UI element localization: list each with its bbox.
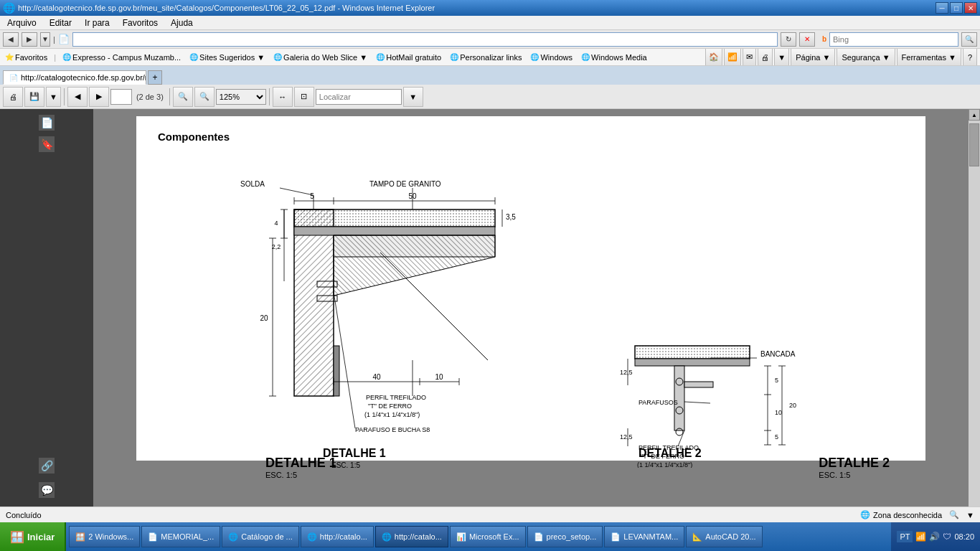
print-arrow[interactable]: ▼ [774, 49, 789, 66]
svg-text:20: 20 [789, 402, 796, 409]
seguranca-button[interactable]: Segurança ▼ [837, 49, 895, 66]
back-button[interactable]: ◀ [3, 32, 19, 47]
svg-rect-3 [294, 209, 334, 396]
fit-page-button[interactable]: ⊡ [294, 87, 314, 107]
home-icon[interactable]: 🏠 [705, 49, 722, 66]
fav-icon-expresso: 🌐 [62, 53, 71, 61]
stop-button[interactable]: ✕ [799, 32, 815, 47]
taskbar-icon-1: 📄 [148, 532, 158, 542]
find-input[interactable] [316, 89, 402, 105]
svg-rect-54 [635, 346, 750, 359]
detail2-scale: ESC. 1:5 [819, 471, 890, 479]
favorites-label: Favoritos [15, 53, 47, 62]
tab-icon: 📄 [9, 74, 18, 82]
svg-text:5: 5 [775, 377, 778, 384]
zoom-select[interactable]: 50% 75% 100% 125% 150% 200% [216, 89, 266, 105]
taskbar-item-4[interactable]: 🌐 http://catalo... [375, 526, 448, 547]
address-label: | [53, 35, 55, 44]
taskbar-tray: PT 📶 🔊 🛡 08:20 [891, 522, 980, 551]
svg-text:(1 1/4"x1 1/4"x1/8"): (1 1/4"x1 1/4"x1/8") [637, 461, 692, 468]
start-button[interactable]: 🪟 Iniciar [0, 522, 66, 551]
ferramentas-button[interactable]: Ferramentas ▼ [897, 49, 961, 66]
fav-icon-hotmail: 🌐 [376, 53, 385, 61]
zoom-icon: 🔍 [949, 510, 959, 519]
search-input[interactable] [829, 32, 958, 47]
menu-favoritos[interactable]: Favoritos [120, 17, 161, 29]
print-pdf-button[interactable]: 🖨 [3, 87, 23, 107]
detail2-area: DETALHE 2 ESC. 1:5 [819, 456, 890, 479]
taskbar-item-8[interactable]: 📐 AutoCAD 20... [686, 526, 762, 547]
sidebar-comment-icon[interactable]: 💬 [39, 482, 55, 498]
sidebar-pages-icon[interactable]: 📄 [39, 115, 55, 131]
taskbar-item-5[interactable]: 📊 Microsoft Ex... [450, 526, 526, 547]
feeds-icon[interactable]: 📶 [724, 49, 741, 66]
title-bar-left: 🌐 http://catalogotecnico.fde.sp.gov.br/m… [3, 2, 435, 14]
taskbar-item-3[interactable]: 🌐 http://catalo... [301, 526, 374, 547]
scrollbar[interactable]: ▲ [969, 109, 980, 507]
menu-bar: Arquivo Editar Ir para Favoritos Ajuda [0, 16, 980, 30]
save-button[interactable]: 💾 [24, 87, 44, 107]
fav-icon-galeria: 🌐 [273, 53, 282, 61]
fav-expresso[interactable]: 🌐 Expresso - Campus Muzamb... [60, 52, 183, 62]
svg-text:TAMPO DE GRANITO: TAMPO DE GRANITO [369, 180, 441, 188]
taskbar-item-6[interactable]: 📄 preco_setop... [527, 526, 603, 547]
fav-icon-sites: 🌐 [189, 53, 198, 61]
help-button[interactable]: ? [963, 49, 977, 66]
menu-ajuda[interactable]: Ajuda [168, 17, 196, 29]
search-button[interactable]: 🔍 [961, 32, 977, 47]
fav-icon-personalizar: 🌐 [450, 53, 458, 61]
fav-hotmail[interactable]: 🌐 HotMail gratuito [374, 52, 443, 62]
forward-button[interactable]: ▶ [22, 32, 37, 47]
page-number-input[interactable]: 2 [110, 89, 132, 105]
favorites-button[interactable]: ⭐ Favoritos [3, 52, 50, 62]
close-button[interactable]: ✕ [964, 2, 977, 14]
taskbar-item-0[interactable]: 🪟 2 Windows... [69, 526, 140, 547]
fit-width-button[interactable]: ↔ [273, 87, 293, 107]
pagina-button[interactable]: Página ▼ [791, 49, 835, 66]
title-bar-controls: ─ □ ✕ [936, 2, 977, 14]
taskbar-item-7[interactable]: 📄 LEVANMTAM... [604, 526, 684, 547]
lang-badge: PT [897, 531, 913, 542]
sidebar-bookmarks-icon[interactable]: 🔖 [39, 136, 55, 152]
taskbar-icon-5: 📊 [456, 532, 466, 542]
sidebar-attachments-icon[interactable]: 🔗 [39, 458, 55, 474]
zone-badge: 🌐 Zona desconhecida [860, 510, 942, 519]
find-arrow[interactable]: ▼ [403, 87, 423, 107]
zoom-in-button[interactable]: 🔍 [194, 87, 215, 107]
separator-2 [169, 88, 170, 105]
address-input[interactable]: http://catalogotecnico.fde.sp.gov.br/meu… [72, 32, 778, 47]
fav-personalizar[interactable]: 🌐 Personalizar links [448, 52, 524, 62]
next-page-button[interactable]: ▶ [89, 87, 109, 107]
taskbar-item-1[interactable]: 📄 MEMORIAL_... [141, 526, 220, 547]
svg-text:(1 1/4"x1 1/4"x1/8"): (1 1/4"x1 1/4"x1/8") [364, 411, 420, 418]
print-button[interactable]: 🖨 [758, 49, 773, 66]
fav-windows-media[interactable]: 🌐 Windows Media [579, 52, 649, 62]
scroll-thumb[interactable] [969, 123, 979, 166]
fav-windows[interactable]: 🌐 Windows [528, 52, 575, 62]
menu-arquivo[interactable]: Arquivo [4, 17, 39, 29]
go-button[interactable]: ↻ [781, 32, 796, 47]
dropdown-arrow[interactable]: ▼ [40, 32, 50, 47]
svg-text:2,2: 2,2 [272, 243, 281, 250]
prev-page-button[interactable]: ◀ [67, 87, 88, 107]
taskbar-icon-8: 📐 [692, 532, 702, 542]
pdf-viewer[interactable]: Componentes LT-06 Lavatório com torneira… [93, 109, 969, 507]
new-tab-button[interactable]: + [148, 70, 162, 85]
restore-button[interactable]: □ [950, 2, 963, 14]
svg-text:10: 10 [435, 373, 443, 381]
tab-0[interactable]: 📄 http://catalogotecnico.fde.sp.gov.br/m… [3, 70, 146, 85]
menu-ir-para[interactable]: Ir para [82, 17, 113, 29]
svg-rect-55 [635, 359, 750, 366]
windows-logo: 🪟 [10, 530, 24, 544]
fav-sites[interactable]: 🌐 Sites Sugeridos ▼ [187, 52, 267, 62]
page-icon: 📄 [58, 34, 70, 44]
menu-editar[interactable]: Editar [47, 17, 75, 29]
zoom-out-button[interactable]: 🔍 [173, 87, 193, 107]
minimize-button[interactable]: ─ [936, 2, 948, 14]
mail-icon[interactable]: ✉ [743, 49, 756, 66]
taskbar-item-2[interactable]: 🌐 Catálogo de ... [222, 526, 299, 547]
scroll-up[interactable]: ▲ [969, 109, 980, 121]
printer-options-button[interactable]: ▼ [46, 87, 61, 107]
taskbar-icon-7: 📄 [611, 532, 621, 542]
fav-galeria[interactable]: 🌐 Galeria do Web Slice ▼ [271, 52, 369, 62]
